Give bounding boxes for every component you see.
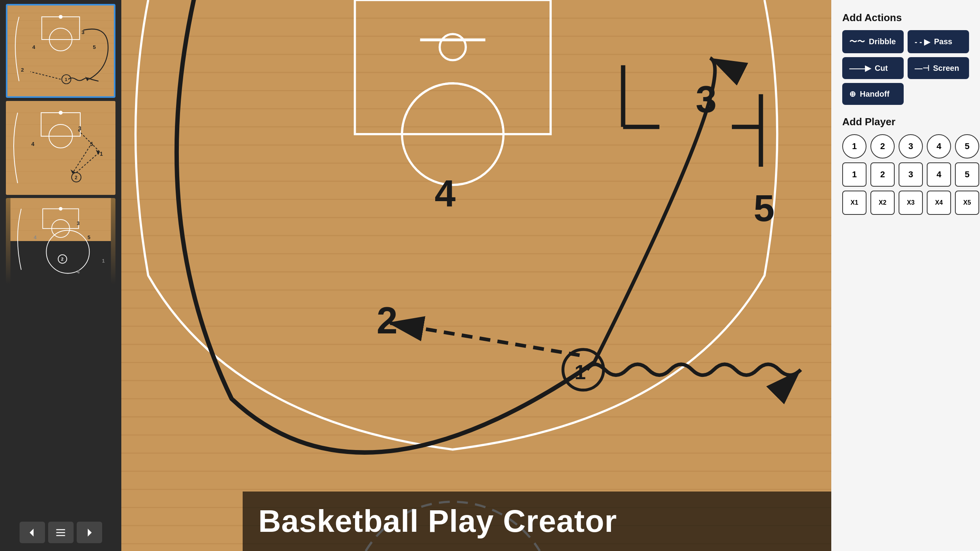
player-x1[interactable]: X1 — [842, 191, 867, 215]
x-players-row: X1 X2 X3 X4 X5 — [842, 191, 969, 215]
svg-text:2: 2 — [21, 67, 24, 73]
svg-rect-65 — [56, 535, 65, 536]
add-player-title: Add Player — [842, 116, 969, 128]
svg-text:5: 5 — [93, 44, 96, 50]
player-square-3[interactable]: 3 — [899, 162, 923, 187]
add-actions-section: Add Actions 〜〜 Dribble - - ▶ Pass ——▶ Cu… — [842, 12, 969, 105]
svg-point-13 — [59, 15, 63, 19]
main-court: 3 4 5 2 1 Basketball Play Creator — [121, 0, 831, 551]
player-x3[interactable]: X3 — [899, 191, 923, 215]
thumbnail-1[interactable]: 4 3 5 2 1 — [6, 4, 115, 98]
player-circle-2[interactable]: 2 — [870, 134, 895, 158]
add-player-section: Add Player 1 2 3 4 5 1 2 3 4 5 X1 X2 X3 … — [842, 116, 969, 215]
svg-text:1: 1 — [575, 361, 586, 384]
player-circle-1[interactable]: 1 — [842, 134, 867, 158]
svg-text:4: 4 — [434, 173, 456, 214]
svg-text:2: 2 — [61, 257, 63, 261]
svg-text:1: 1 — [102, 258, 104, 264]
svg-text:4: 4 — [32, 44, 36, 50]
screen-icon: —⊣ — [915, 63, 929, 73]
svg-text:5: 5 — [754, 187, 775, 229]
svg-text:4: 4 — [77, 269, 80, 275]
pass-icon: - - ▶ — [915, 37, 930, 47]
svg-marker-66 — [88, 529, 92, 537]
player-square-1[interactable]: 1 — [842, 162, 867, 187]
dribble-button[interactable]: 〜〜 Dribble — [842, 30, 904, 53]
svg-rect-63 — [56, 529, 65, 530]
player-circle-5[interactable]: 5 — [955, 134, 979, 158]
svg-text:5: 5 — [88, 234, 90, 240]
pass-button[interactable]: - - ▶ Pass — [908, 30, 969, 53]
cut-button[interactable]: ——▶ Cut — [842, 57, 904, 79]
svg-rect-64 — [56, 532, 65, 533]
player-circle-3[interactable]: 3 — [899, 134, 923, 158]
handoff-icon: ⊕ — [849, 89, 856, 99]
right-panel: Add Actions 〜〜 Dribble - - ▶ Pass ——▶ Cu… — [831, 0, 980, 551]
square-players-row: 1 2 3 4 5 — [842, 162, 969, 187]
thumbnail-2[interactable]: 4 3 5 2 1 — [6, 101, 115, 195]
svg-point-52 — [59, 207, 62, 211]
circle-players-row: 1 2 3 4 5 — [842, 134, 969, 158]
svg-rect-69 — [121, 0, 831, 551]
svg-text:4: 4 — [34, 234, 37, 240]
screen-button[interactable]: —⊣ Screen — [908, 57, 969, 79]
svg-text:4: 4 — [31, 141, 34, 147]
left-panel: 4 3 5 2 1 — [0, 0, 121, 551]
menu-button[interactable] — [48, 522, 74, 543]
player-x5[interactable]: X5 — [955, 191, 979, 215]
svg-marker-62 — [30, 529, 34, 537]
thumbnail-3[interactable]: 3 5 4 2 1 4 — [6, 198, 115, 284]
player-square-2[interactable]: 2 — [870, 162, 895, 187]
player-x2[interactable]: X2 — [870, 191, 895, 215]
add-actions-title: Add Actions — [842, 12, 969, 24]
prev-button[interactable] — [20, 522, 45, 543]
next-button[interactable] — [77, 522, 102, 543]
dribble-icon: 〜〜 — [849, 36, 865, 47]
player-square-5[interactable]: 5 — [955, 162, 979, 187]
svg-text:2: 2 — [75, 175, 77, 180]
app-title: Basketball Play Creator — [243, 492, 831, 551]
svg-text:1: 1 — [65, 77, 68, 82]
actions-grid: 〜〜 Dribble - - ▶ Pass ——▶ Cut —⊣ Screen … — [842, 30, 969, 105]
player-square-4[interactable]: 4 — [927, 162, 951, 187]
svg-point-33 — [59, 111, 63, 115]
player-x4[interactable]: X4 — [927, 191, 951, 215]
svg-text:3: 3 — [77, 220, 79, 226]
svg-text:1: 1 — [100, 151, 103, 157]
svg-text:3: 3 — [695, 78, 717, 120]
handoff-button[interactable]: ⊕ Handoff — [842, 83, 904, 105]
bottom-controls — [20, 522, 102, 547]
player-circle-4[interactable]: 4 — [927, 134, 951, 158]
svg-text:2: 2 — [377, 299, 398, 341]
cut-icon: ——▶ — [849, 63, 871, 73]
